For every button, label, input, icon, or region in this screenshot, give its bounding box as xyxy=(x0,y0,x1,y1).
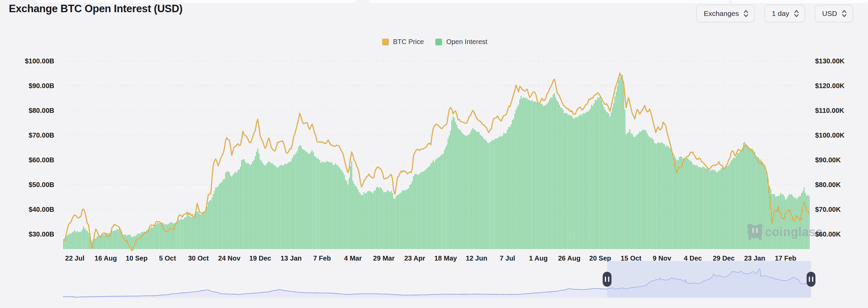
navigator-left-handle[interactable] xyxy=(603,272,611,287)
x-axis-tick: 1 Aug xyxy=(529,254,548,262)
x-axis-tick: 23 Apr xyxy=(404,254,425,262)
left-axis-tick: $90.00B xyxy=(28,82,54,89)
x-axis-tick: 5 Oct xyxy=(159,254,176,262)
right-axis-tick: $100.00K xyxy=(815,131,845,139)
x-axis-tick: 24 Nov xyxy=(218,254,241,262)
plot-area[interactable] xyxy=(63,47,810,249)
x-axis-tick: 7 Feb xyxy=(313,254,331,262)
x-axis-tick: 15 Oct xyxy=(621,254,642,262)
x-axis-tick: 29 Mar xyxy=(373,254,395,262)
right-axis-tick: $110.00K xyxy=(815,107,844,114)
right-axis-tick: $70.00K xyxy=(815,206,841,213)
left-axis-tick: $100.00B xyxy=(25,57,54,65)
x-axis-tick: 9 Nov xyxy=(653,254,671,262)
x-axis-tick: 30 Oct xyxy=(188,254,209,262)
x-axis-tick: 16 Aug xyxy=(95,254,117,262)
x-axis-tick: 4 Dec xyxy=(684,254,702,262)
left-axis-tick: $50.00B xyxy=(28,181,54,188)
left-axis-tick: $70.00B xyxy=(28,131,54,139)
right-axis-tick: $130.00K xyxy=(815,57,845,65)
left-axis-tick: $60.00B xyxy=(28,156,54,164)
x-axis-tick: 26 Aug xyxy=(558,254,580,262)
main-chart[interactable]: coinglass$100.00B$90.00B$80.00B$70.00B$6… xyxy=(0,0,868,308)
left-axis-tick: $40.00B xyxy=(28,206,54,213)
x-axis-tick: 7 Jul xyxy=(500,254,515,262)
x-axis-tick: 22 Jul xyxy=(65,254,84,262)
x-axis-tick: 29 Dec xyxy=(713,254,735,262)
x-axis-tick: 10 Sep xyxy=(126,254,147,262)
left-axis-tick: $30.00B xyxy=(28,230,54,238)
x-axis-tick: 4 Mar xyxy=(344,254,362,262)
right-axis-tick: $60.00K xyxy=(815,230,841,238)
x-axis-tick: 20 Sep xyxy=(589,254,611,262)
navigator-selection[interactable] xyxy=(607,261,811,297)
right-axis-tick: $80.00K xyxy=(815,181,841,188)
x-axis-tick: 18 May xyxy=(434,254,457,262)
x-axis-tick: 12 Jun xyxy=(466,254,487,262)
right-axis-tick: $90.00K xyxy=(815,156,841,164)
x-axis-tick: 23 Jan xyxy=(744,254,765,262)
x-axis-tick: 19 Dec xyxy=(249,254,271,262)
navigator-right-handle[interactable] xyxy=(807,272,815,287)
x-axis-tick: 17 Feb xyxy=(775,254,796,262)
left-axis-tick: $80.00B xyxy=(28,107,54,114)
x-axis-tick: 13 Jan xyxy=(280,254,301,262)
right-axis-tick: $120.00K xyxy=(815,82,845,89)
